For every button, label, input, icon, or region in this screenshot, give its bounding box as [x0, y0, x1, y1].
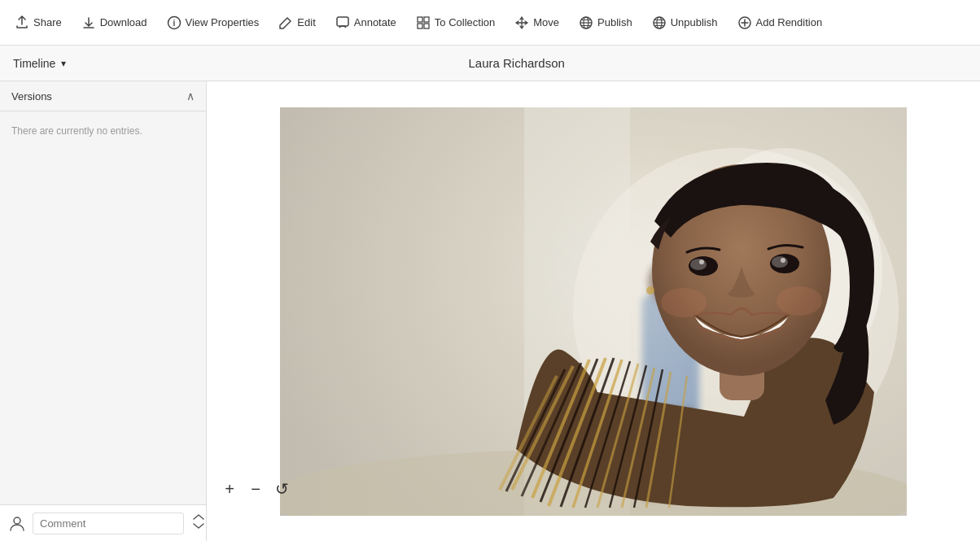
download-label: Download — [100, 16, 147, 28]
move-icon — [514, 15, 529, 30]
zoom-out-button[interactable]: − — [246, 479, 265, 499]
view-properties-label: View Properties — [186, 16, 260, 28]
add-rendition-icon — [737, 15, 752, 30]
versions-label: Versions — [11, 90, 52, 103]
svg-point-54 — [646, 286, 654, 294]
no-entries-text: There are currently no entries. — [11, 125, 142, 137]
edit-icon — [278, 15, 293, 30]
expand-comment-button[interactable] — [190, 513, 207, 534]
svg-point-51 — [781, 258, 785, 263]
comment-bar — [0, 504, 206, 541]
move-button[interactable]: Move — [506, 11, 567, 35]
to-collection-label: To Collection — [435, 16, 495, 28]
unpublish-icon — [652, 15, 667, 30]
zoom-in-icon: + — [225, 481, 234, 497]
versions-header: Versions ∧ — [0, 81, 206, 111]
sidebar-content: There are currently no entries. — [0, 111, 206, 504]
zoom-controls: + − ↺ — [220, 479, 291, 499]
publish-icon — [579, 15, 593, 30]
unpublish-label: Unpublish — [671, 16, 718, 28]
svg-rect-2 — [337, 17, 348, 26]
toolbar: Share Download i View Properties Edit — [0, 0, 980, 46]
sidebar: Versions ∧ There are currently no entrie… — [0, 81, 207, 541]
zoom-reset-icon: ↺ — [275, 481, 289, 497]
svg-point-12 — [14, 517, 20, 524]
view-properties-button[interactable]: i View Properties — [159, 11, 268, 35]
timeline-label: Timeline — [13, 57, 55, 70]
svg-rect-5 — [418, 24, 422, 28]
svg-rect-3 — [418, 17, 422, 22]
zoom-in-button[interactable]: + — [220, 479, 239, 499]
versions-chevron-icon[interactable]: ∧ — [186, 89, 195, 103]
sub-header: Timeline ▾ Laura Richardson — [0, 46, 980, 81]
content-area: + − ↺ — [207, 81, 980, 541]
annotate-icon — [335, 15, 350, 30]
share-button[interactable]: Share — [7, 11, 70, 35]
svg-text:i: i — [173, 19, 175, 28]
svg-point-53 — [777, 286, 822, 316]
publish-label: Publish — [597, 16, 632, 28]
user-avatar-icon — [8, 512, 26, 534]
svg-point-49 — [772, 256, 788, 268]
page-title: Laura Richardson — [66, 56, 967, 70]
image-viewer — [207, 81, 980, 541]
view-properties-icon: i — [167, 15, 182, 30]
svg-point-52 — [661, 288, 707, 317]
annotate-label: Annotate — [354, 16, 396, 28]
share-label: Share — [33, 16, 62, 28]
to-collection-icon — [416, 15, 431, 30]
timeline-button[interactable]: Timeline ▾ — [13, 57, 66, 70]
svg-rect-6 — [424, 24, 429, 28]
unpublish-button[interactable]: Unpublish — [644, 11, 726, 35]
edit-label: Edit — [297, 16, 315, 28]
publish-button[interactable]: Publish — [571, 11, 641, 35]
svg-point-50 — [699, 260, 704, 264]
svg-rect-4 — [424, 17, 429, 22]
move-label: Move — [533, 16, 559, 28]
zoom-reset-button[interactable]: ↺ — [272, 479, 291, 499]
download-icon — [81, 15, 96, 30]
download-button[interactable]: Download — [73, 11, 155, 35]
annotate-button[interactable]: Annotate — [327, 11, 405, 35]
main-image — [280, 107, 907, 516]
comment-input[interactable] — [33, 513, 184, 534]
to-collection-button[interactable]: To Collection — [408, 11, 503, 35]
add-rendition-button[interactable]: Add Rendition — [729, 11, 831, 35]
add-rendition-label: Add Rendition — [756, 16, 823, 28]
share-icon — [15, 15, 29, 30]
main-layout: Versions ∧ There are currently no entrie… — [0, 81, 980, 541]
zoom-out-icon: − — [251, 481, 260, 497]
svg-point-48 — [690, 259, 707, 270]
edit-button[interactable]: Edit — [270, 11, 323, 35]
